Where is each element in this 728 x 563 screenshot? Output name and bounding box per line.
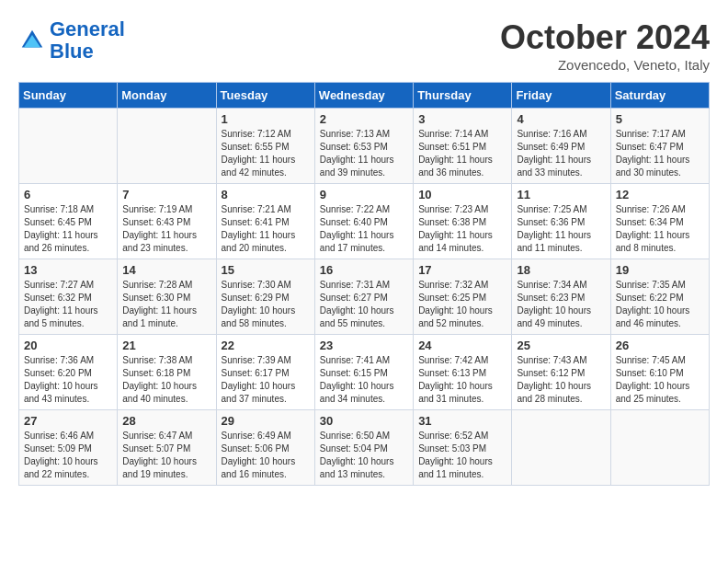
day-info: Sunrise: 7:26 AMSunset: 6:34 PMDaylight:…: [616, 203, 704, 255]
day-info: Sunrise: 7:12 AMSunset: 6:55 PMDaylight:…: [222, 128, 310, 179]
weekday-header: Wednesday: [314, 83, 413, 109]
day-number: 7: [122, 188, 210, 201]
day-info: Sunrise: 7:30 AMSunset: 6:29 PMDaylight:…: [222, 279, 310, 330]
day-number: 17: [418, 263, 506, 277]
month-title: October 2024: [500, 18, 710, 57]
calendar-body: 1Sunrise: 7:12 AMSunset: 6:55 PMDaylight…: [19, 109, 710, 486]
calendar-cell: 19Sunrise: 7:35 AMSunset: 6:22 PMDayligh…: [610, 259, 709, 335]
day-info: Sunrise: 7:27 AMSunset: 6:32 PMDaylight:…: [24, 279, 112, 330]
day-number: 26: [616, 339, 704, 352]
day-info: Sunrise: 7:35 AMSunset: 6:22 PMDaylight:…: [616, 279, 704, 330]
day-number: 1: [222, 112, 310, 126]
day-info: Sunrise: 7:43 AMSunset: 6:12 PMDaylight:…: [517, 354, 605, 406]
calendar-cell: 7Sunrise: 7:19 AMSunset: 6:43 PMDaylight…: [118, 184, 216, 259]
calendar-cell: 30Sunrise: 6:50 AMSunset: 5:04 PMDayligh…: [314, 410, 413, 486]
calendar-cell: [512, 410, 610, 486]
day-info: Sunrise: 7:45 AMSunset: 6:10 PMDaylight:…: [616, 354, 704, 406]
calendar-cell: 1Sunrise: 7:12 AMSunset: 6:55 PMDaylight…: [216, 109, 314, 184]
day-number: 15: [222, 263, 310, 277]
calendar-cell: 16Sunrise: 7:31 AMSunset: 6:27 PMDayligh…: [314, 259, 413, 335]
day-number: 2: [320, 112, 408, 126]
calendar-cell: 23Sunrise: 7:41 AMSunset: 6:15 PMDayligh…: [314, 335, 413, 410]
day-number: 5: [616, 112, 704, 126]
logo-text: General Blue: [50, 18, 125, 63]
calendar-cell: 13Sunrise: 7:27 AMSunset: 6:32 PMDayligh…: [19, 259, 118, 335]
title-block: October 2024 Zovencedo, Veneto, Italy: [500, 18, 710, 73]
day-number: 8: [222, 188, 310, 201]
calendar-cell: [610, 410, 709, 486]
day-info: Sunrise: 6:50 AMSunset: 5:04 PMDaylight:…: [320, 430, 408, 481]
calendar-table: SundayMondayTuesdayWednesdayThursdayFrid…: [18, 82, 710, 486]
calendar-cell: 26Sunrise: 7:45 AMSunset: 6:10 PMDayligh…: [610, 335, 709, 410]
calendar-cell: 24Sunrise: 7:42 AMSunset: 6:13 PMDayligh…: [414, 335, 512, 410]
day-number: 20: [24, 339, 112, 352]
calendar-cell: 14Sunrise: 7:28 AMSunset: 6:30 PMDayligh…: [118, 259, 216, 335]
weekday-header: Monday: [118, 83, 216, 109]
day-info: Sunrise: 7:42 AMSunset: 6:13 PMDaylight:…: [418, 354, 506, 406]
calendar-cell: 8Sunrise: 7:21 AMSunset: 6:41 PMDaylight…: [216, 184, 314, 259]
day-number: 23: [320, 339, 408, 352]
weekday-header: Tuesday: [216, 83, 314, 109]
logo-line1: General: [50, 17, 125, 40]
calendar-cell: 29Sunrise: 6:49 AMSunset: 5:06 PMDayligh…: [216, 410, 314, 486]
day-number: 25: [517, 339, 605, 352]
calendar-cell: 17Sunrise: 7:32 AMSunset: 6:25 PMDayligh…: [414, 259, 512, 335]
day-info: Sunrise: 7:41 AMSunset: 6:15 PMDaylight:…: [320, 354, 408, 406]
calendar-week-row: 1Sunrise: 7:12 AMSunset: 6:55 PMDaylight…: [19, 109, 710, 184]
calendar-header: SundayMondayTuesdayWednesdayThursdayFrid…: [19, 83, 710, 109]
day-info: Sunrise: 7:23 AMSunset: 6:38 PMDaylight:…: [418, 203, 506, 255]
day-number: 4: [517, 112, 605, 126]
calendar-week-row: 13Sunrise: 7:27 AMSunset: 6:32 PMDayligh…: [19, 259, 710, 335]
calendar-cell: 12Sunrise: 7:26 AMSunset: 6:34 PMDayligh…: [610, 184, 709, 259]
logo: General Blue: [18, 18, 125, 63]
weekday-header: Saturday: [610, 83, 709, 109]
day-info: Sunrise: 7:19 AMSunset: 6:43 PMDaylight:…: [122, 203, 210, 255]
day-number: 10: [418, 188, 506, 201]
day-number: 9: [320, 188, 408, 201]
calendar-cell: 4Sunrise: 7:16 AMSunset: 6:49 PMDaylight…: [512, 109, 610, 184]
weekday-header: Sunday: [19, 83, 118, 109]
calendar-cell: 2Sunrise: 7:13 AMSunset: 6:53 PMDaylight…: [314, 109, 413, 184]
day-info: Sunrise: 7:32 AMSunset: 6:25 PMDaylight:…: [418, 279, 506, 330]
day-number: 14: [122, 263, 210, 277]
calendar-cell: 5Sunrise: 7:17 AMSunset: 6:47 PMDaylight…: [610, 109, 709, 184]
day-info: Sunrise: 6:52 AMSunset: 5:03 PMDaylight:…: [418, 430, 506, 481]
day-number: 16: [320, 263, 408, 277]
day-info: Sunrise: 7:13 AMSunset: 6:53 PMDaylight:…: [320, 128, 408, 179]
calendar-week-row: 27Sunrise: 6:46 AMSunset: 5:09 PMDayligh…: [19, 410, 710, 486]
calendar-cell: [118, 109, 216, 184]
day-info: Sunrise: 7:14 AMSunset: 6:51 PMDaylight:…: [418, 128, 506, 179]
day-number: 3: [418, 112, 506, 126]
calendar-cell: 18Sunrise: 7:34 AMSunset: 6:23 PMDayligh…: [512, 259, 610, 335]
logo-icon: [18, 27, 46, 54]
calendar-cell: 31Sunrise: 6:52 AMSunset: 5:03 PMDayligh…: [414, 410, 512, 486]
day-number: 6: [24, 188, 112, 201]
day-info: Sunrise: 7:25 AMSunset: 6:36 PMDaylight:…: [517, 203, 605, 255]
day-number: 24: [418, 339, 506, 352]
calendar-week-row: 20Sunrise: 7:36 AMSunset: 6:20 PMDayligh…: [19, 335, 710, 410]
location: Zovencedo, Veneto, Italy: [500, 57, 710, 73]
calendar-cell: 21Sunrise: 7:38 AMSunset: 6:18 PMDayligh…: [118, 335, 216, 410]
page-header: General Blue October 2024 Zovencedo, Ven…: [18, 18, 710, 73]
day-number: 21: [122, 339, 210, 352]
day-info: Sunrise: 7:16 AMSunset: 6:49 PMDaylight:…: [517, 128, 605, 179]
calendar-cell: 11Sunrise: 7:25 AMSunset: 6:36 PMDayligh…: [512, 184, 610, 259]
calendar-cell: 25Sunrise: 7:43 AMSunset: 6:12 PMDayligh…: [512, 335, 610, 410]
calendar-cell: 22Sunrise: 7:39 AMSunset: 6:17 PMDayligh…: [216, 335, 314, 410]
calendar-cell: 6Sunrise: 7:18 AMSunset: 6:45 PMDaylight…: [19, 184, 118, 259]
calendar-cell: 3Sunrise: 7:14 AMSunset: 6:51 PMDaylight…: [414, 109, 512, 184]
day-info: Sunrise: 7:31 AMSunset: 6:27 PMDaylight:…: [320, 279, 408, 330]
day-number: 31: [418, 414, 506, 428]
day-info: Sunrise: 7:39 AMSunset: 6:17 PMDaylight:…: [222, 354, 310, 406]
logo-line2: Blue: [50, 40, 94, 63]
calendar-cell: 15Sunrise: 7:30 AMSunset: 6:29 PMDayligh…: [216, 259, 314, 335]
day-info: Sunrise: 7:38 AMSunset: 6:18 PMDaylight:…: [122, 354, 210, 406]
day-info: Sunrise: 7:22 AMSunset: 6:40 PMDaylight:…: [320, 203, 408, 255]
calendar-cell: 28Sunrise: 6:47 AMSunset: 5:07 PMDayligh…: [118, 410, 216, 486]
day-info: Sunrise: 6:49 AMSunset: 5:06 PMDaylight:…: [222, 430, 310, 481]
day-number: 22: [222, 339, 310, 352]
day-info: Sunrise: 7:34 AMSunset: 6:23 PMDaylight:…: [517, 279, 605, 330]
day-info: Sunrise: 6:46 AMSunset: 5:09 PMDaylight:…: [24, 430, 112, 481]
day-number: 27: [24, 414, 112, 428]
calendar-cell: 20Sunrise: 7:36 AMSunset: 6:20 PMDayligh…: [19, 335, 118, 410]
